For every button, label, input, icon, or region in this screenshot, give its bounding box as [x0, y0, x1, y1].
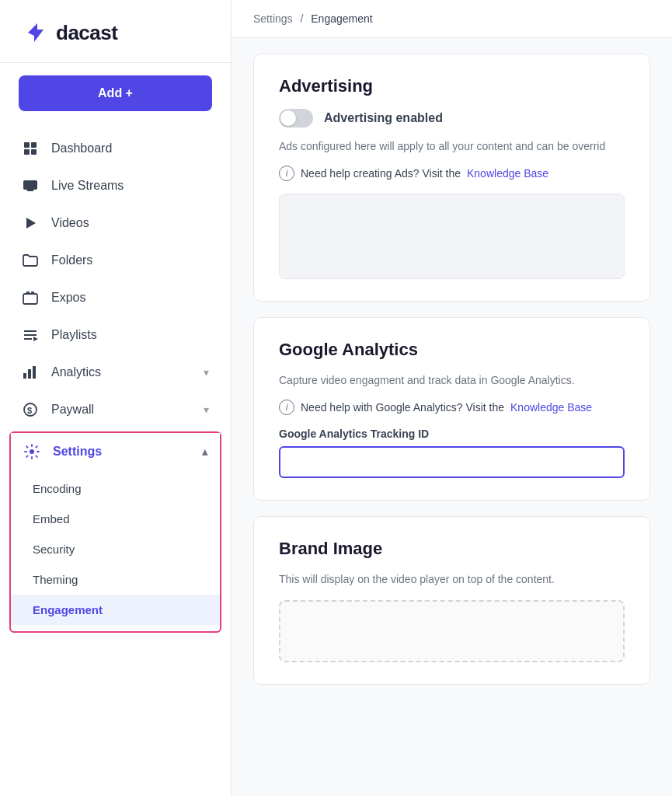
svg-text:$: $ — [27, 406, 32, 415]
analytics-chevron-icon: ▾ — [204, 366, 209, 379]
google-analytics-description: Capture video engagment and track data i… — [279, 372, 625, 389]
livestream-icon — [22, 177, 39, 194]
breadcrumb-current: Engagement — [311, 12, 372, 25]
dashboard-icon — [22, 140, 39, 157]
svg-rect-17 — [33, 366, 36, 379]
google-analytics-info-row: i Need help with Google Analytics? Visit… — [279, 400, 625, 415]
sidebar-item-playlists[interactable]: Playlists — [0, 316, 231, 354]
advertising-section: Advertising Advertising enabled Ads conf… — [253, 54, 650, 302]
analytics-icon — [22, 364, 39, 381]
tracking-id-input[interactable] — [279, 446, 625, 478]
sidebar-item-engagement[interactable]: Engagement — [11, 595, 220, 625]
sidebar-item-embed[interactable]: Embed — [11, 504, 220, 534]
svg-rect-3 — [24, 149, 30, 155]
breadcrumb-parent: Settings — [253, 12, 293, 25]
sidebar-item-encoding[interactable]: Encoding — [11, 473, 220, 504]
svg-rect-10 — [31, 292, 34, 295]
sidebar-item-label: Playlists — [51, 328, 97, 342]
advertising-knowledge-base-link[interactable]: Knowledge Base — [467, 167, 548, 180]
sidebar-item-videos[interactable]: Videos — [0, 204, 231, 242]
sidebar-item-label: Dashboard — [51, 141, 112, 155]
sidebar-item-dashboard[interactable]: Dashboard — [0, 130, 231, 167]
tracking-id-label: Google Analytics Tracking ID — [279, 428, 625, 440]
nav-menu: Dashboard Live Streams Videos — [0, 124, 231, 796]
info-icon-ga: i — [279, 400, 294, 415]
svg-rect-8 — [23, 294, 37, 304]
settings-gear-icon — [23, 443, 40, 460]
sidebar-item-expos[interactable]: Expos — [0, 279, 231, 316]
svg-rect-5 — [23, 180, 37, 190]
google-analytics-knowledge-base-link[interactable]: Knowledge Base — [510, 401, 592, 414]
embed-label: Embed — [33, 512, 70, 525]
brand-image-description: This will display on the video player on… — [279, 571, 625, 588]
settings-section: Settings ▴ Encoding Embed Security Themi… — [9, 431, 221, 633]
add-button[interactable]: Add + — [19, 75, 212, 111]
svg-rect-4 — [31, 149, 37, 155]
expos-icon — [22, 289, 39, 306]
sidebar-item-security[interactable]: Security — [11, 534, 220, 564]
sidebar-item-folders[interactable]: Folders — [0, 242, 231, 279]
advertising-toggle-label: Advertising enabled — [324, 111, 443, 125]
svg-rect-16 — [28, 369, 31, 379]
encoding-label: Encoding — [33, 482, 82, 495]
sidebar-item-paywall[interactable]: $ Paywall ▾ — [0, 391, 231, 428]
sidebar-item-theming[interactable]: Theming — [11, 564, 220, 595]
sidebar-item-label: Folders — [51, 253, 92, 267]
breadcrumb: Settings / Engagement — [232, 0, 672, 38]
advertising-toggle[interactable] — [279, 109, 313, 127]
folders-icon — [22, 252, 39, 269]
svg-marker-7 — [26, 218, 36, 229]
engagement-label: Engagement — [33, 603, 103, 616]
dacast-logo-icon — [22, 19, 50, 47]
svg-rect-15 — [23, 373, 26, 379]
paywall-icon: $ — [22, 401, 39, 418]
info-icon: i — [279, 166, 294, 181]
brand-image-upload-box[interactable] — [279, 600, 625, 662]
sidebar-item-label: Videos — [51, 216, 89, 230]
logo-text: dacast — [56, 21, 117, 45]
advertising-description: Ads configured here will apply to all yo… — [279, 138, 625, 155]
google-analytics-section: Google Analytics Capture video engagment… — [253, 317, 650, 501]
advertising-info-text: Need help creating Ads? Visit the — [301, 167, 461, 180]
paywall-chevron-icon: ▾ — [204, 403, 209, 416]
brand-image-title: Brand Image — [279, 539, 625, 559]
sidebar-item-analytics[interactable]: Analytics ▾ — [0, 354, 231, 391]
breadcrumb-separator: / — [300, 12, 303, 25]
security-label: Security — [33, 543, 75, 556]
videos-icon — [22, 215, 39, 232]
settings-label: Settings — [53, 445, 102, 459]
svg-marker-14 — [33, 337, 38, 341]
sidebar-item-settings[interactable]: Settings ▴ — [11, 433, 220, 470]
advertising-info-row: i Need help creating Ads? Visit the Know… — [279, 166, 625, 181]
advertising-toggle-row: Advertising enabled — [279, 109, 625, 127]
settings-sub-menu: Encoding Embed Security Theming Engageme… — [11, 470, 220, 631]
brand-image-section: Brand Image This will display on the vid… — [253, 516, 650, 685]
main-content: Settings / Engagement Advertising Advert… — [232, 0, 672, 796]
sidebar: dacast Add + Dashboard — [0, 0, 232, 796]
google-analytics-info-text: Need help with Google Analytics? Visit t… — [301, 401, 504, 414]
sidebar-item-label: Paywall — [51, 403, 94, 417]
svg-point-20 — [30, 449, 34, 454]
theming-label: Theming — [33, 573, 78, 586]
advertising-title: Advertising — [279, 76, 625, 96]
sidebar-item-label: Live Streams — [51, 179, 124, 193]
playlists-icon — [22, 326, 39, 344]
logo: dacast — [0, 0, 231, 63]
svg-rect-1 — [24, 142, 30, 148]
svg-rect-2 — [31, 142, 37, 148]
advertising-preview-box — [279, 194, 625, 279]
sidebar-item-live-streams[interactable]: Live Streams — [0, 167, 231, 204]
google-analytics-title: Google Analytics — [279, 340, 625, 360]
sidebar-item-label: Expos — [51, 291, 85, 305]
svg-rect-6 — [27, 190, 33, 191]
svg-rect-9 — [26, 292, 30, 295]
sidebar-item-label: Analytics — [51, 365, 101, 379]
settings-chevron-up-icon: ▴ — [202, 445, 207, 458]
svg-marker-0 — [28, 23, 44, 42]
content-sections: Advertising Advertising enabled Ads conf… — [232, 38, 672, 700]
